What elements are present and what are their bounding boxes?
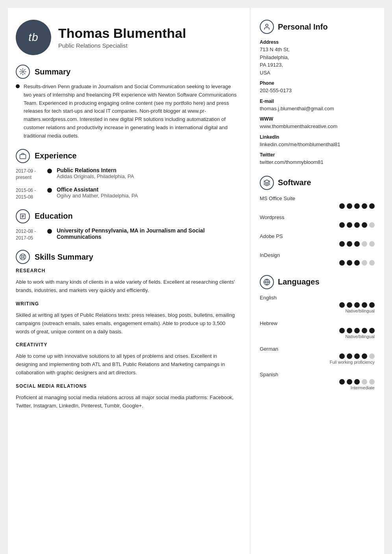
language-dots (260, 353, 375, 359)
linkedin-value: linkedin.com/me/thomblumenthal81 (260, 141, 375, 149)
software-title: Software (278, 178, 311, 187)
software-icon (260, 176, 274, 190)
lang-dot (354, 353, 360, 359)
svg-line-6 (21, 258, 22, 259)
skill-category: SOCIAL MEDIA RELATIONS Proficient at man… (16, 383, 238, 410)
skill-category-text: Able to come up with innovative solution… (16, 352, 238, 377)
lang-dot (347, 328, 352, 333)
experience-content: Office Assistant Ogilvy and Mather, Phil… (57, 186, 138, 199)
skill-dot (362, 241, 367, 247)
lang-dot (362, 353, 367, 359)
experience-section: Experience 2017-09 - present Public Rela… (16, 149, 238, 201)
software-name: Wordpress (260, 214, 375, 220)
language-item: Hebrew Native/bilingual (260, 320, 375, 339)
skill-dot (354, 260, 360, 266)
software-header: Software (260, 176, 375, 190)
linkedin-group: LinkedIn linkedin.com/me/thomblumenthal8… (260, 134, 375, 149)
lang-dot (347, 353, 352, 359)
language-name: Hebrew (260, 320, 375, 326)
email-value: thomas.j.blumenthal@gmail.com (260, 105, 375, 113)
skill-dot (369, 203, 375, 209)
skills-title: Skills Summary (35, 253, 93, 262)
lang-dot (354, 328, 360, 333)
lang-dot (339, 379, 345, 385)
software-dots (260, 222, 375, 228)
summary-icon (16, 65, 30, 79)
svg-line-4 (21, 255, 22, 256)
skill-category: CREATIVITY Able to come up with innovati… (16, 342, 238, 377)
software-name: MS Office Suite (260, 195, 375, 201)
language-level: Intermediate (260, 385, 375, 390)
education-icon (16, 209, 30, 223)
lang-dot (354, 302, 360, 308)
lang-dot (369, 328, 375, 333)
experience-date: 2015-06 - 2015-08 (16, 186, 47, 201)
svg-point-0 (22, 71, 24, 73)
skill-dot (339, 203, 345, 209)
svg-line-5 (24, 258, 25, 259)
skill-dot (369, 241, 375, 247)
skill-dot (339, 222, 345, 228)
personal-info-icon (260, 20, 274, 34)
education-timeline: 2012-08 - 2017-05 University of Pennsylv… (16, 227, 238, 242)
language-item: German Full working proficiency (260, 346, 375, 364)
resume-header: tb Thomas Blumenthal Public Relations Sp… (16, 20, 238, 55)
skills-header: Skills Summary (16, 250, 238, 264)
skill-dot (354, 241, 360, 247)
email-group: E-mail thomas.j.blumenthal@gmail.com (260, 99, 375, 113)
address-value: 713 N 4th St, Philadelphia, PA 19123, US… (260, 46, 375, 76)
address-label: Address (260, 39, 375, 45)
education-item: 2012-08 - 2017-05 University of Pennsylv… (16, 227, 238, 242)
skill-category-text: Skilled at writing all types of Public R… (16, 311, 238, 336)
education-school: University of Pennsylvania, MA in Journa… (57, 227, 238, 240)
candidate-name: Thomas Blumenthal (58, 26, 186, 41)
experience-item: 2017-09 - present Public Relations Inter… (16, 167, 238, 181)
timeline-dot-wrapper (47, 169, 52, 173)
language-dots (260, 379, 375, 385)
software-name: InDesign (260, 252, 375, 258)
skill-dot (339, 241, 345, 247)
lang-dot (362, 328, 367, 333)
personal-info-section: Personal Info Address 713 N 4th St, Phil… (260, 20, 375, 166)
skill-category-title: WRITING (16, 301, 238, 308)
experience-item: 2015-06 - 2015-08 Office Assistant Ogilv… (16, 186, 238, 201)
lang-dot (362, 379, 367, 385)
skill-dot (347, 260, 352, 266)
education-section: Education 2012-08 - 2017-05 University o… (16, 209, 238, 242)
skill-category-text: Proficient at managing social media rela… (16, 394, 238, 410)
skill-category: WRITING Skilled at writing all types of … (16, 301, 238, 336)
www-label: WWW (260, 116, 375, 122)
resume-container: tb Thomas Blumenthal Public Relations Sp… (8, 8, 384, 554)
summary-section: Summary Results-driven Penn graduate in … (16, 65, 238, 140)
language-level: Full working proficiency (260, 360, 375, 364)
summary-content: Results-driven Penn graduate in Journali… (16, 83, 238, 140)
software-dots (260, 241, 375, 247)
language-name: English (260, 295, 375, 301)
skills-section: Skills Summary RESEARCH Able to work wit… (16, 250, 238, 410)
experience-date: 2017-09 - present (16, 167, 47, 181)
software-dots (260, 203, 375, 209)
education-header: Education (16, 209, 238, 223)
language-item: Spanish Intermediate (260, 372, 375, 390)
skill-category-title: SOCIAL MEDIA RELATIONS (16, 383, 238, 390)
bullet-dot (16, 84, 20, 88)
experience-company: Adidas Originals, Philadelphia, PA (57, 173, 134, 179)
lang-dot (339, 353, 345, 359)
language-dots (260, 302, 375, 308)
skill-category-text: Able to work with many kinds of clients … (16, 278, 238, 295)
lang-dot (369, 302, 375, 308)
education-date: 2012-08 - 2017-05 (16, 227, 47, 242)
experience-job-title: Public Relations Intern (57, 167, 134, 173)
skill-dot (369, 260, 375, 266)
languages-items: English Native/bilingual Hebrew Native/b… (260, 295, 375, 390)
lang-dot (369, 353, 375, 359)
skill-dot (347, 241, 352, 247)
language-dots (260, 328, 375, 333)
experience-header: Experience (16, 149, 238, 163)
personal-info-title: Personal Info (278, 22, 328, 32)
www-value: www.thomblumenthalcreative.com (260, 123, 375, 130)
language-level: Native/bilingual (260, 309, 375, 313)
svg-point-3 (22, 256, 24, 258)
skill-dot (354, 203, 360, 209)
language-level: Native/bilingual (260, 334, 375, 339)
